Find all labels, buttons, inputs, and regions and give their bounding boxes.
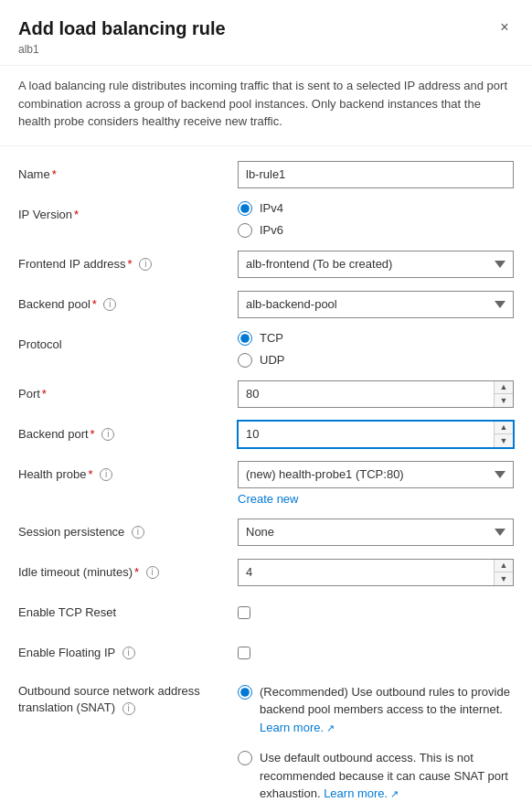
create-new-link[interactable]: Create new	[238, 492, 298, 506]
name-input[interactable]	[238, 161, 514, 188]
idle-timeout-control: ▲ ▼	[238, 559, 514, 586]
ipv4-option[interactable]: IPv4	[238, 201, 514, 216]
backend-port-spinner: ▲ ▼	[238, 421, 514, 448]
frontend-ip-control: alb-frontend (To be created)	[238, 251, 514, 278]
backend-pool-control: alb-backend-pool	[238, 291, 514, 318]
floating-ip-control	[238, 639, 514, 667]
idle-timeout-spinner-btns: ▲ ▼	[494, 560, 513, 585]
tcp-reset-control	[238, 599, 514, 626]
floating-ip-checkbox[interactable]	[238, 647, 250, 659]
tcp-option[interactable]: TCP	[238, 331, 514, 346]
frontend-ip-row: Frontend IP address* i alb-frontend (To …	[18, 251, 514, 278]
tcp-label: TCP	[260, 331, 283, 345]
idle-timeout-decrement[interactable]: ▼	[495, 572, 513, 585]
protocol-label: Protocol	[18, 331, 238, 353]
ipv6-radio[interactable]	[238, 223, 252, 238]
backend-port-info-icon[interactable]: i	[101, 428, 114, 441]
backend-port-increment[interactable]: ▲	[495, 422, 513, 435]
outbound-snat-info-icon[interactable]: i	[122, 702, 135, 715]
ipv4-radio[interactable]	[238, 201, 252, 216]
ipv6-label: IPv6	[260, 223, 283, 237]
floating-ip-row: Enable Floating IP i	[18, 639, 514, 667]
ip-version-radio-group: IPv4 IPv6	[238, 201, 514, 238]
port-increment[interactable]: ▲	[495, 381, 513, 395]
tcp-radio[interactable]	[238, 331, 252, 346]
session-persistence-select[interactable]: None	[238, 519, 514, 546]
health-probe-info-icon[interactable]: i	[100, 468, 112, 481]
backend-pool-select[interactable]: alb-backend-pool	[238, 291, 514, 318]
idle-timeout-increment[interactable]: ▲	[495, 560, 513, 573]
panel-title: Add load balancing rule	[18, 18, 514, 39]
port-decrement[interactable]: ▼	[495, 394, 513, 407]
add-lb-rule-panel: Add load balancing rule alb1 × A load ba…	[0, 0, 532, 802]
floating-ip-info-icon[interactable]: i	[122, 647, 135, 659]
port-spinner-btns: ▲ ▼	[494, 381, 513, 407]
frontend-ip-info-icon[interactable]: i	[139, 258, 152, 271]
close-button[interactable]: ×	[494, 16, 516, 38]
port-input[interactable]	[239, 381, 494, 407]
idle-timeout-row: Idle timeout (minutes)* i ▲ ▼	[18, 559, 514, 586]
outbound-option1-text: (Recommended) Use outbound rules to prov…	[260, 683, 514, 737]
outbound-recommended-radio[interactable]	[238, 685, 252, 700]
name-control	[238, 161, 514, 188]
tcp-reset-checkbox[interactable]	[238, 606, 250, 619]
backend-port-spinner-btns: ▲ ▼	[494, 422, 513, 447]
protocol-row: Protocol TCP UDP	[18, 331, 514, 368]
backend-pool-label: Backend pool* i	[18, 291, 238, 313]
frontend-ip-select[interactable]: alb-frontend (To be created)	[238, 251, 514, 278]
floating-ip-checkbox-wrap	[238, 639, 514, 667]
outbound-option1: (Recommended) Use outbound rules to prov…	[238, 683, 514, 737]
panel-header: Add load balancing rule alb1 ×	[0, 0, 532, 66]
health-probe-row: Health probe* i (new) health-probe1 (TCP…	[18, 461, 514, 506]
outbound-option1-link[interactable]: Learn more.	[260, 721, 335, 734]
backend-port-row: Backend port* i ▲ ▼	[18, 421, 514, 448]
udp-label: UDP	[260, 353, 284, 367]
frontend-ip-label: Frontend IP address* i	[18, 251, 238, 273]
outbound-option2-link[interactable]: Learn more.	[324, 786, 399, 800]
backend-port-input[interactable]	[239, 422, 494, 447]
port-label: Port*	[18, 380, 238, 402]
ip-version-control: IPv4 IPv6	[238, 201, 514, 238]
idle-timeout-spinner: ▲ ▼	[238, 559, 514, 586]
idle-timeout-input[interactable]	[239, 560, 494, 585]
idle-timeout-info-icon[interactable]: i	[146, 566, 159, 579]
backend-port-label: Backend port* i	[18, 421, 238, 443]
panel-description: A load balancing rule distributes incomi…	[0, 66, 532, 146]
backend-port-control: ▲ ▼	[238, 421, 514, 448]
health-probe-control: (new) health-probe1 (TCP:80) Create new	[238, 461, 514, 506]
udp-option[interactable]: UDP	[238, 353, 514, 368]
backend-pool-info-icon[interactable]: i	[103, 298, 116, 311]
outbound-option2-text: Use default outbound access. This is not…	[260, 749, 514, 802]
port-spinner: ▲ ▼	[238, 380, 514, 408]
port-control: ▲ ▼	[238, 380, 514, 408]
outbound-default-radio[interactable]	[238, 751, 252, 765]
health-probe-select[interactable]: (new) health-probe1 (TCP:80)	[238, 461, 514, 488]
ip-version-label: IP Version*	[18, 201, 238, 223]
ipv4-label: IPv4	[260, 201, 283, 215]
idle-timeout-label: Idle timeout (minutes)* i	[18, 559, 238, 581]
backend-pool-row: Backend pool* i alb-backend-pool	[18, 291, 514, 318]
outbound-snat-row: Outbound source network address translat…	[18, 679, 514, 803]
backend-port-decrement[interactable]: ▼	[495, 434, 513, 447]
outbound-snat-control: (Recommended) Use outbound rules to prov…	[238, 683, 514, 803]
floating-ip-label: Enable Floating IP i	[18, 639, 238, 661]
session-persistence-control: None	[238, 519, 514, 546]
port-row: Port* ▲ ▼	[18, 380, 514, 408]
session-persistence-info-icon[interactable]: i	[132, 526, 144, 539]
tcp-reset-label: Enable TCP Reset	[18, 599, 238, 621]
session-persistence-row: Session persistence i None	[18, 519, 514, 546]
tcp-reset-row: Enable TCP Reset	[18, 599, 514, 626]
outbound-option2: Use default outbound access. This is not…	[238, 749, 514, 802]
session-persistence-label: Session persistence i	[18, 519, 238, 540]
name-row: Name*	[18, 161, 514, 188]
ipv6-option[interactable]: IPv6	[238, 223, 514, 238]
form-content: Name* IP Version* IPv4 IPv6	[0, 146, 532, 803]
panel-subtitle: alb1	[18, 43, 514, 56]
protocol-control: TCP UDP	[238, 331, 514, 368]
name-label: Name*	[18, 161, 238, 183]
udp-radio[interactable]	[238, 353, 252, 368]
ip-version-row: IP Version* IPv4 IPv6	[18, 201, 514, 238]
outbound-snat-label: Outbound source network address translat…	[18, 679, 238, 716]
tcp-reset-checkbox-wrap	[238, 599, 514, 626]
health-probe-label: Health probe* i	[18, 461, 238, 483]
